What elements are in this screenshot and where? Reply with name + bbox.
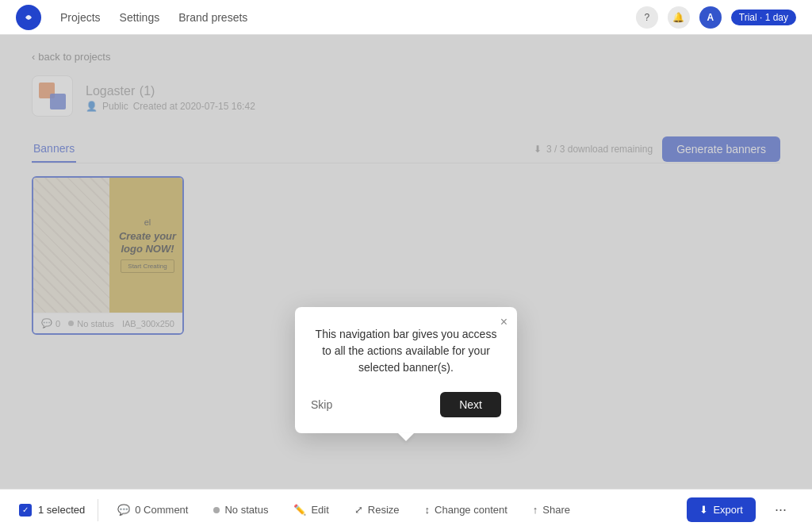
share-label: Share (542, 504, 570, 516)
main-content: ‹ back to projects Logaster (1) 👤 Public… (0, 35, 812, 489)
change-content-button[interactable]: ↕ Change content (419, 501, 514, 519)
top-navigation: Projects Settings Brand presets ? 🔔 A Tr… (0, 0, 812, 35)
tooltip-close-button[interactable]: × (500, 315, 508, 329)
share-icon: ↑ (533, 504, 538, 516)
selected-info: 1 selected (19, 504, 85, 517)
edit-button[interactable]: ✏️ Edit (287, 501, 335, 519)
bottom-divider (98, 499, 98, 521)
nav-right: ? 🔔 A Trial · 1 day (636, 6, 796, 29)
change-content-icon: ↕ (425, 504, 431, 516)
skip-button[interactable]: Skip (311, 398, 332, 411)
tooltip-actions: Skip Next (311, 392, 501, 417)
status-label: No status (224, 504, 268, 516)
avatar[interactable]: A (699, 6, 722, 29)
resize-label: Resize (368, 504, 400, 516)
resize-icon: ⤢ (354, 504, 363, 516)
comment-button[interactable]: 💬 0 Comment (111, 501, 194, 519)
bottom-bar: 1 selected 💬 0 Comment No status ✏️ Edit… (0, 489, 812, 530)
edit-icon: ✏️ (293, 504, 306, 516)
notifications-icon-btn[interactable]: 🔔 (668, 6, 690, 29)
comment-icon: 💬 (117, 504, 130, 516)
status-dot-icon (213, 507, 220, 513)
more-options-button[interactable]: ··· (768, 498, 793, 521)
change-content-label: Change content (435, 504, 508, 516)
edit-label: Edit (311, 504, 328, 516)
export-icon: ⬇ (699, 504, 708, 516)
export-label: Export (713, 504, 743, 516)
share-button[interactable]: ↑ Share (527, 501, 576, 519)
nav-settings[interactable]: Settings (120, 11, 160, 24)
selected-count-label: 1 selected (38, 504, 85, 516)
tooltip-arrow (398, 433, 414, 441)
export-button[interactable]: ⬇ Export (687, 497, 756, 522)
trial-badge: Trial · 1 day (731, 10, 796, 25)
nav-links: Projects Settings Brand presets (60, 11, 247, 24)
comment-label: 0 Comment (135, 504, 188, 516)
tooltip-modal: × This navigation bar gives you access t… (295, 307, 517, 433)
logo[interactable] (16, 5, 41, 30)
next-button[interactable]: Next (440, 392, 501, 417)
help-icon-btn[interactable]: ? (636, 6, 658, 29)
nav-projects[interactable]: Projects (60, 11, 101, 24)
nav-brand-presets[interactable]: Brand presets (178, 11, 247, 24)
tooltip-message: This navigation bar gives you access to … (311, 326, 501, 376)
selected-checkbox[interactable] (19, 504, 32, 517)
resize-button[interactable]: ⤢ Resize (348, 501, 406, 519)
status-button[interactable]: No status (207, 501, 274, 519)
